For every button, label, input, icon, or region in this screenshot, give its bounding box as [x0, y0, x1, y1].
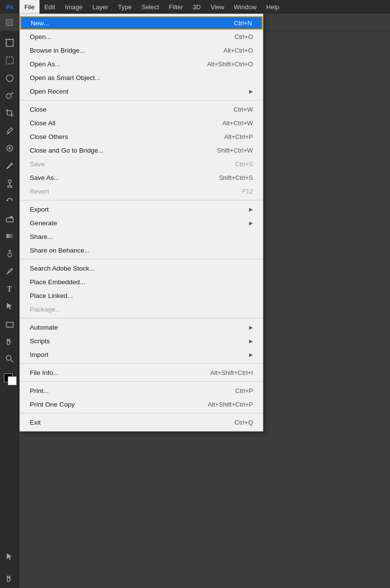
healing-tool[interactable] [2, 140, 18, 156]
svg-rect-8 [6, 57, 13, 64]
svg-text:T: T [7, 285, 12, 293]
menu-item-exit[interactable]: Exit Ctrl+Q [20, 415, 263, 429]
show-transform-checkbox[interactable] [6, 19, 13, 26]
eraser-tool[interactable] [2, 211, 18, 226]
eyedropper-tool[interactable] [2, 123, 18, 138]
path-selection-tool[interactable] [2, 298, 18, 314]
file-menu-section-3: Export ▶ Generate ▶ Share... Share on Be… [20, 200, 263, 259]
menu-item-open-smart-object[interactable]: Open as Smart Object... [20, 71, 263, 84]
hand-tool[interactable] [2, 333, 18, 349]
file-menu-section-2: Close Ctrl+W Close All Alt+Ctrl+W Close … [20, 100, 263, 200]
svg-line-15 [7, 133, 9, 134]
menu-item-print[interactable]: Print... Ctrl+P [20, 384, 263, 397]
menu-view[interactable]: View [206, 0, 229, 14]
menu-item-scripts[interactable]: Scripts ▶ [20, 334, 263, 348]
menu-bar: Ps File Edit Image Layer Type Select Fil… [0, 0, 390, 14]
menu-window[interactable]: Window [229, 0, 261, 14]
quick-selection-tool[interactable] [2, 88, 18, 103]
menu-type[interactable]: Type [113, 0, 136, 14]
menu-filter[interactable]: Filter [164, 0, 188, 14]
menu-item-place-linked[interactable]: Place Linked... [20, 289, 263, 302]
ps-logo: Ps [0, 0, 20, 14]
menu-item-automate[interactable]: Automate ▶ [20, 320, 263, 334]
menu-item-open-as[interactable]: Open As... Alt+Shift+Ctrl+O [20, 57, 263, 71]
zoom-tool[interactable] [2, 351, 18, 367]
type-tool[interactable]: T [2, 281, 18, 296]
file-menu-section-4: Search Adobe Stock... Place Embedded... … [20, 259, 263, 318]
menu-help[interactable]: Help [261, 0, 284, 14]
menu-item-open[interactable]: Open... Ctrl+O [20, 30, 263, 43]
crop-tool[interactable] [2, 105, 18, 121]
svg-line-10 [11, 93, 13, 94]
menu-edit[interactable]: Edit [39, 0, 60, 14]
svg-point-23 [8, 253, 12, 257]
file-dropdown-menu: New... Ctrl+N Open... Ctrl+O Browse in B… [20, 14, 263, 431]
svg-rect-1 [6, 39, 13, 46]
menu-item-share[interactable]: Share... [20, 230, 263, 243]
menu-image[interactable]: Image [60, 0, 87, 14]
menu-item-generate[interactable]: Generate ▶ [20, 216, 263, 230]
svg-point-9 [6, 94, 11, 98]
file-menu-section-1: New... Ctrl+N Open... Ctrl+O Browse in B… [20, 14, 263, 100]
menu-item-revert: Revert F12 [20, 184, 263, 198]
menu-item-close-all[interactable]: Close All Alt+Ctrl+W [20, 116, 263, 130]
file-menu-section-5: Automate ▶ Scripts ▶ Import ▶ [20, 318, 263, 364]
svg-point-31 [6, 355, 11, 360]
foreground-color[interactable] [2, 372, 18, 386]
menu-item-save-as[interactable]: Save As... Shift+Ctrl+S [20, 171, 263, 184]
menu-item-package: Package... [20, 302, 263, 316]
marquee-tool[interactable] [2, 53, 18, 68]
svg-marker-33 [7, 553, 12, 560]
shape-tool[interactable] [2, 316, 18, 332]
menu-item-print-one-copy[interactable]: Print One Copy Alt+Shift+Ctrl+P [20, 397, 263, 411]
history-brush-tool[interactable] [2, 193, 18, 209]
menu-item-import[interactable]: Import ▶ [20, 348, 263, 361]
menu-item-close[interactable]: Close Ctrl+W [20, 102, 263, 116]
menu-3d[interactable]: 3D [188, 0, 206, 14]
menu-item-open-recent[interactable]: Open Recent ▶ [20, 84, 263, 98]
menu-select[interactable]: Select [136, 0, 164, 14]
menu-item-export[interactable]: Export ▶ [20, 202, 263, 216]
menu-item-save: Save Ctrl+S [20, 157, 263, 171]
svg-point-27 [11, 268, 13, 270]
svg-rect-21 [6, 218, 13, 222]
menu-item-close-go-bridge[interactable]: Close and Go to Bridge... Shift+Ctrl+W [20, 143, 263, 157]
svg-rect-22 [6, 234, 13, 238]
lasso-tool[interactable] [2, 70, 18, 86]
selection-tool-bottom[interactable] [2, 549, 18, 565]
file-menu-section-6: File Info... Alt+Shift+Ctrl+I [20, 364, 263, 382]
hand-tool-bottom[interactable] [2, 570, 18, 586]
menu-item-place-embedded[interactable]: Place Embedded... [20, 275, 263, 289]
menu-item-file-info[interactable]: File Info... Alt+Shift+Ctrl+I [20, 366, 263, 379]
menu-item-close-others[interactable]: Close Others Alt+Ctrl+P [20, 130, 263, 143]
svg-line-32 [11, 360, 13, 362]
pen-tool[interactable] [2, 263, 18, 279]
file-menu-section-8: Exit Ctrl+Q [20, 413, 263, 431]
svg-rect-30 [6, 322, 13, 327]
artboard-tool[interactable] [2, 35, 18, 51]
left-toolbar: T [0, 14, 20, 588]
gradient-tool[interactable] [2, 228, 18, 244]
menu-item-share-behance[interactable]: Share on Behance... [20, 243, 263, 257]
menu-file[interactable]: File [20, 0, 39, 14]
menu-item-browse-bridge[interactable]: Browse in Bridge... Alt+Ctrl+O [20, 43, 263, 57]
clone-stamp-tool[interactable] [2, 176, 18, 191]
menu-item-new[interactable]: New... Ctrl+N [20, 16, 263, 30]
svg-point-20 [8, 180, 11, 183]
brush-tool[interactable] [2, 158, 18, 174]
svg-marker-29 [7, 303, 12, 310]
menu-item-search-stock[interactable]: Search Adobe Stock... [20, 261, 263, 275]
dodge-tool[interactable] [2, 246, 18, 261]
menu-layer[interactable]: Layer [88, 0, 114, 14]
file-menu-section-7: Print... Ctrl+P Print One Copy Alt+Shift… [20, 382, 263, 413]
